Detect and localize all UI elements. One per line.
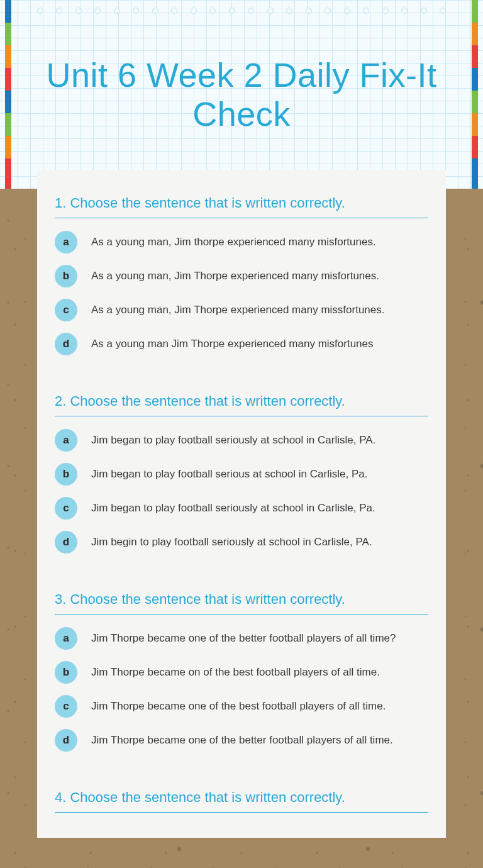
question-1-prompt: 1. Choose the sentence that is written c… bbox=[55, 195, 428, 218]
question-2-option-b[interactable]: b Jim began to play football serious at … bbox=[55, 463, 428, 486]
option-badge: d bbox=[55, 729, 77, 752]
question-3-number: 3. bbox=[55, 591, 66, 607]
question-2-option-c[interactable]: c Jim began to play football seriously a… bbox=[55, 497, 428, 520]
question-1-option-d[interactable]: d As a young man Jim Thorpe experienced … bbox=[55, 333, 428, 355]
option-badge: d bbox=[55, 333, 77, 355]
question-1-number: 1. bbox=[55, 195, 66, 211]
question-2-option-a[interactable]: a Jim began to play football seriously a… bbox=[55, 429, 428, 452]
stripe-right bbox=[472, 0, 478, 189]
question-2-number: 2. bbox=[55, 393, 66, 409]
option-text: Jim began to play football seriously at … bbox=[91, 433, 375, 447]
option-text: Jim Thorpe became on of the best footbal… bbox=[91, 665, 380, 679]
option-text: As a young man Jim Thorpe experienced ma… bbox=[91, 337, 374, 351]
option-badge: b bbox=[55, 463, 77, 486]
question-1-option-b[interactable]: b As a young man, Jim Thorpe experienced… bbox=[55, 265, 428, 287]
question-3-option-c[interactable]: c Jim Thorpe became one of the best foot… bbox=[55, 695, 428, 718]
question-3-prompt: 3. Choose the sentence that is written c… bbox=[55, 591, 428, 615]
question-1-text: Choose the sentence that is written corr… bbox=[70, 195, 345, 211]
option-badge: d bbox=[55, 531, 77, 554]
question-3-option-d[interactable]: d Jim Thorpe became one of the better fo… bbox=[55, 729, 428, 752]
header-panel: Unit 6 Week 2 Daily Fix-It Check bbox=[0, 0, 483, 189]
question-3-option-a[interactable]: a Jim Thorpe became one of the better fo… bbox=[55, 627, 428, 650]
question-3: 3. Choose the sentence that is written c… bbox=[55, 591, 428, 752]
stripe-left bbox=[5, 0, 11, 189]
question-3-text: Choose the sentence that is written corr… bbox=[70, 591, 345, 607]
question-2-text: Choose the sentence that is written corr… bbox=[70, 393, 345, 409]
option-badge: a bbox=[55, 627, 77, 650]
option-badge: c bbox=[55, 497, 77, 520]
option-text: Jim began to play football seriously at … bbox=[91, 501, 375, 515]
question-4: 4. Choose the sentence that is written c… bbox=[55, 789, 428, 813]
option-badge: c bbox=[55, 695, 77, 718]
question-4-number: 4. bbox=[55, 789, 66, 805]
punch-holes-top bbox=[5, 8, 478, 16]
option-badge: b bbox=[55, 661, 77, 684]
question-1-option-a[interactable]: a As a young man, Jim thorpe experienced… bbox=[55, 231, 428, 253]
question-2: 2. Choose the sentence that is written c… bbox=[55, 393, 428, 554]
option-text: As a young man, Jim Thorpe experienced m… bbox=[91, 303, 384, 317]
question-2-option-d[interactable]: d Jim begin to play football seriously a… bbox=[55, 531, 428, 554]
page-title: Unit 6 Week 2 Daily Fix-It Check bbox=[5, 55, 478, 133]
option-text: Jim began to play football serious at sc… bbox=[91, 467, 367, 481]
question-3-option-b[interactable]: b Jim Thorpe became on of the best footb… bbox=[55, 661, 428, 684]
option-text: As a young man, Jim Thorpe experienced m… bbox=[91, 269, 379, 283]
option-text: Jim Thorpe became one of the better foot… bbox=[91, 733, 393, 747]
question-2-prompt: 2. Choose the sentence that is written c… bbox=[55, 393, 428, 416]
option-text: Jim Thorpe became one of the better foot… bbox=[91, 632, 396, 645]
option-badge: a bbox=[55, 231, 77, 253]
questions-card: 1. Choose the sentence that is written c… bbox=[37, 170, 446, 838]
question-4-text: Choose the sentence that is written corr… bbox=[70, 789, 345, 805]
question-1-option-c[interactable]: c As a young man, Jim Thorpe experienced… bbox=[55, 299, 428, 321]
question-4-prompt: 4. Choose the sentence that is written c… bbox=[55, 789, 428, 813]
option-badge: c bbox=[55, 299, 77, 321]
option-text: Jim Thorpe became one of the best footba… bbox=[91, 699, 386, 713]
option-badge: b bbox=[55, 265, 77, 287]
question-1: 1. Choose the sentence that is written c… bbox=[55, 195, 428, 355]
option-text: Jim begin to play football seriously at … bbox=[91, 535, 372, 549]
option-text: As a young man, Jim thorpe experienced m… bbox=[91, 235, 376, 249]
option-badge: a bbox=[55, 429, 77, 452]
